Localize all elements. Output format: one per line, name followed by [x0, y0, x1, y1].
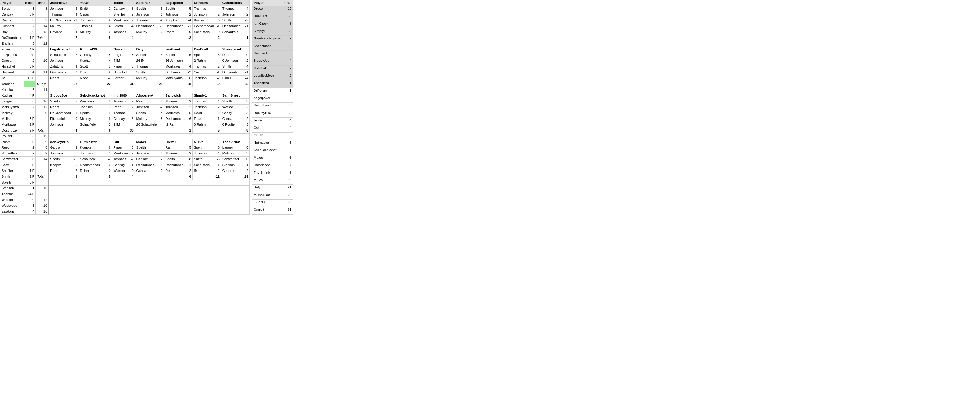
player-thru: 10 — [36, 203, 49, 208]
pick-name: Dechambeau — [135, 23, 158, 29]
final-score: -7 — [282, 36, 293, 43]
pick-name: 0 Poulter — [221, 122, 243, 127]
table-row: Sheffler 1 F Reed-2 Rahm0 Watson0 Garcia… — [0, 168, 250, 174]
table-row: Matsuyama -2 12 Rahm Johnson0 Reed2 John… — [0, 104, 250, 110]
player-score: -2 — [24, 145, 36, 151]
player-name: Matsuyama — [0, 104, 24, 110]
pick-score: -4 — [49, 127, 79, 134]
pick-score: 0 — [106, 168, 112, 174]
player-thru — [36, 122, 49, 127]
pick-name: McIlroy — [49, 23, 73, 29]
pick-score: 2 — [73, 145, 79, 151]
final-player: IamGreek — [253, 21, 282, 28]
player-name: Poulter — [0, 134, 24, 139]
pick-score: -5 — [187, 145, 192, 151]
spacer — [244, 93, 250, 99]
pick-score: 8 — [187, 157, 192, 162]
spacer — [215, 93, 221, 99]
player-name: Molinari — [0, 116, 24, 122]
pick-score: 9 — [73, 70, 79, 76]
pick-score: -5 — [192, 127, 221, 134]
pick-name: Smith — [135, 70, 158, 76]
final-player: rollins420x — [253, 192, 282, 199]
player-thru: 8 — [36, 6, 49, 12]
pick-name: Speith — [135, 52, 158, 58]
final-score: 3 — [282, 103, 293, 110]
pick-name: Koepka — [49, 162, 73, 168]
final-row: Donkeykilla3 — [253, 110, 293, 118]
drpeters-total: 2 — [192, 35, 221, 41]
spacer — [49, 87, 249, 93]
table-row: Zalatoris -4 16 — [0, 208, 250, 215]
section-title: Sam Sneed — [221, 93, 243, 99]
table-row: Schauffele -2 9 Johnson Johnson2 Morikaw… — [0, 151, 250, 157]
final-score: 2 — [282, 95, 293, 103]
pick-name: Johnson — [221, 12, 243, 17]
player-thru: 12 — [36, 197, 49, 203]
final-player: Garrett — [253, 207, 282, 215]
pick-score: 3 — [244, 110, 250, 116]
pick-name: Thomas — [49, 12, 73, 17]
final-player: Mulva — [253, 177, 282, 185]
final-row: Sam Sneed3 — [253, 103, 293, 110]
final-row: SloppyJoe-4 — [253, 58, 293, 65]
final-row: Matos6 — [253, 155, 293, 162]
pick-name: Johnson — [192, 12, 215, 17]
pick-score: 2 — [129, 151, 135, 157]
pick-score: 0 — [244, 52, 250, 58]
final-player: Sebokcockshot — [253, 148, 282, 155]
pick-name: Finau — [221, 76, 243, 81]
section-title-gamblebots: Sheesfaced — [221, 46, 243, 52]
player-thru: 10 — [36, 58, 49, 64]
pick-score: -9 — [192, 81, 221, 87]
pick-name: Speith — [221, 99, 243, 104]
pick-score: -1 — [215, 116, 221, 122]
pick-name: Dechambeau — [221, 70, 243, 76]
pick-name: McIlroy — [135, 116, 158, 122]
player-thru: 16 — [36, 99, 49, 104]
final-player: Sobchak — [253, 65, 282, 73]
col-header-thru: Thru — [36, 0, 49, 6]
table-row: Johnson 2 9 Total -2 22 31 21 -8 -9 -5 — [0, 81, 250, 87]
pick-score: -4 — [158, 64, 164, 70]
pick-score: 9 — [129, 70, 135, 76]
pick-name: Speith — [192, 145, 215, 151]
main-table: Player Score Thru Jsearles22 YUUP Texter… — [0, 0, 250, 215]
pick-name: Finau — [112, 64, 129, 70]
player-name: McIlroy — [0, 110, 24, 116]
col-header-yuup: YUUP — [79, 0, 112, 6]
pick-score: 0 — [106, 104, 112, 110]
final-row: Jsearles227 — [253, 162, 293, 170]
final-row: Hutmaster5 — [253, 140, 293, 148]
pick-score: 2 — [158, 157, 164, 162]
pick-name: Rahm — [221, 52, 243, 58]
pick-name: Johnson — [49, 122, 73, 127]
pick-name: Cantlay — [112, 116, 129, 122]
pick-score: -2 — [215, 168, 221, 174]
pick-score: -8 — [221, 127, 249, 134]
pick-score: 6 — [187, 76, 192, 81]
final-score: 1 — [282, 88, 293, 95]
pick-score: 30 — [112, 127, 135, 134]
pick-score — [215, 46, 221, 52]
pick-score: -2 — [73, 168, 79, 174]
player-name: Day — [0, 29, 24, 35]
pick-score — [129, 122, 135, 127]
spacer — [49, 41, 249, 46]
player-score: 2 — [24, 58, 36, 64]
pick-score: 2 — [106, 17, 112, 23]
pick-score: 2 — [187, 168, 192, 174]
player-thru — [36, 180, 49, 186]
final-col-player: Player — [253, 0, 282, 6]
pick-name: 2 IM — [112, 122, 129, 127]
table-row: IM 13 F Rahm0 Reed-2 Berger3 McIlroy3 Ma… — [0, 76, 250, 81]
pick-score: -5 — [187, 110, 192, 116]
player-name: DeChambeau — [0, 35, 24, 41]
pick-score — [158, 122, 164, 127]
player-score: 6 — [24, 87, 36, 93]
pick-name: English — [112, 52, 129, 58]
pick-score — [73, 104, 79, 110]
pick-name: Smith — [79, 6, 106, 12]
final-score: 22 — [282, 192, 293, 199]
pick-score: -2 — [244, 168, 250, 174]
